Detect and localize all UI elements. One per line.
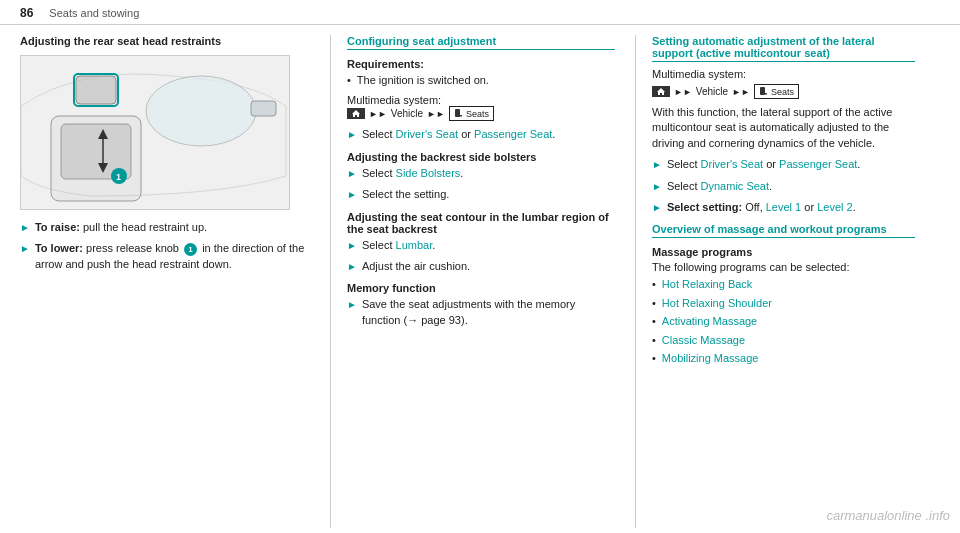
- nav-arrow1: ►►: [369, 109, 387, 119]
- adjust-cushion-item: ► Adjust the air cushion.: [347, 259, 615, 274]
- program-dot: •: [652, 314, 656, 329]
- right-step3-arrow: ►: [652, 201, 662, 215]
- svg-rect-13: [455, 109, 460, 112]
- page-number: 86: [20, 6, 33, 20]
- program-dot: •: [652, 333, 656, 348]
- program-item: •Hot Relaxing Shoulder: [652, 296, 915, 311]
- select-setting-item: ► Select the setting.: [347, 187, 615, 202]
- program-dot: •: [652, 351, 656, 366]
- middle-column: Configuring seat adjustment Requirements…: [330, 35, 615, 528]
- overview-section: Overview of massage and workout programs…: [652, 223, 915, 366]
- mid-section-title: Configuring seat adjustment: [347, 35, 615, 50]
- nav-path-right: ►► Vehicle ►► Seats: [652, 84, 915, 99]
- side-bolsters-arrow: ►: [347, 167, 357, 181]
- lower-text: To lower: press release knob 1 in the di…: [35, 241, 310, 272]
- lower-item: ► To lower: press release knob 1 in the …: [20, 241, 310, 272]
- raise-arrow-icon: ►: [20, 221, 30, 235]
- intro-text: With this function, the lateral support …: [652, 105, 915, 151]
- massage-intro: The following programs can be selected:: [652, 261, 915, 273]
- nav-arrow-right2: ►►: [732, 87, 750, 97]
- select-seat-arrow: ►: [347, 128, 357, 142]
- nav-home-icon-right: [652, 86, 670, 97]
- lumbar-item: ► Select Lumbar.: [347, 238, 615, 253]
- nav-arrow2: ►►: [427, 109, 445, 119]
- right-section-title: Setting automatic adjustment of the late…: [652, 35, 915, 62]
- svg-marker-15: [657, 88, 665, 95]
- page-header: 86 Seats and stowing: [0, 0, 960, 25]
- svg-rect-18: [764, 93, 767, 95]
- raise-text: To raise: pull the head restraint up.: [35, 220, 207, 235]
- right-step2: ► Select Dynamic Seat.: [652, 179, 915, 194]
- nav-seats-box-right: Seats: [754, 84, 799, 99]
- program-name: Classic Massage: [662, 333, 745, 348]
- svg-rect-14: [459, 115, 462, 117]
- car-svg: 1: [21, 56, 290, 210]
- requirements-label: Requirements:: [347, 58, 615, 70]
- main-content: Adjusting the rear seat head restraints …: [0, 25, 960, 528]
- svg-rect-17: [760, 87, 765, 90]
- program-item: •Mobilizing Massage: [652, 351, 915, 366]
- program-name: Hot Relaxing Back: [662, 277, 753, 292]
- memory-item: ► Save the seat adjustments with the mem…: [347, 297, 615, 328]
- page-subtitle: Seats and stowing: [49, 7, 139, 19]
- multimedia-label-right: Multimedia system:: [652, 68, 915, 80]
- right-step2-arrow: ►: [652, 180, 662, 194]
- nav-seats-box: Seats: [449, 106, 494, 121]
- seat-icon-right: [759, 86, 768, 97]
- right-step1: ► Select Driver's Seat or Passenger Seat…: [652, 157, 915, 172]
- svg-marker-11: [352, 110, 360, 117]
- memory-arrow: ►: [347, 298, 357, 312]
- right-column: Setting automatic adjustment of the late…: [635, 35, 915, 528]
- program-name: Mobilizing Massage: [662, 351, 759, 366]
- overview-title: Overview of massage and workout programs: [652, 223, 915, 238]
- nav-path-mid: ►► Vehicle ►► Seats: [347, 106, 615, 121]
- raise-item: ► To raise: pull the head restraint up.: [20, 220, 310, 235]
- backrest-heading: Adjusting the backrest side bolsters: [347, 151, 615, 163]
- lumbar-arrow: ►: [347, 239, 357, 253]
- knob-number: 1: [184, 243, 197, 256]
- seat-icon-mid: [454, 108, 463, 119]
- nav-arrow-right1: ►►: [674, 87, 692, 97]
- massage-heading: Massage programs: [652, 246, 915, 258]
- multimedia-label-mid: Multimedia system:: [347, 94, 615, 106]
- left-section-heading: Adjusting the rear seat head restraints: [20, 35, 310, 47]
- select-seat-item: ► Select Driver's Seat or Passenger Seat…: [347, 127, 615, 142]
- right-step1-arrow: ►: [652, 158, 662, 172]
- lumbar-heading: Adjusting the seat contour in the lumbar…: [347, 211, 615, 235]
- program-name: Hot Relaxing Shoulder: [662, 296, 772, 311]
- svg-rect-9: [251, 101, 276, 116]
- program-name: Activating Massage: [662, 314, 757, 329]
- right-step3: ► Select setting: Off, Level 1 or Level …: [652, 200, 915, 215]
- program-dot: •: [652, 277, 656, 292]
- program-item: •Classic Massage: [652, 333, 915, 348]
- req-dot: •: [347, 73, 351, 88]
- adjust-cushion-arrow: ►: [347, 260, 357, 274]
- select-setting-arrow: ►: [347, 188, 357, 202]
- program-item: •Hot Relaxing Back: [652, 277, 915, 292]
- watermark: carmanualonline .info: [826, 508, 950, 523]
- svg-text:1: 1: [116, 172, 121, 182]
- left-column: Adjusting the rear seat head restraints …: [20, 35, 310, 528]
- nav-vehicle: Vehicle: [391, 108, 423, 119]
- car-illustration: 1: [20, 55, 290, 210]
- svg-point-8: [146, 76, 256, 146]
- nav-vehicle-right: Vehicle: [696, 86, 728, 97]
- nav-home-icon: [347, 108, 365, 119]
- programs-list: •Hot Relaxing Back•Hot Relaxing Shoulder…: [652, 277, 915, 366]
- memory-heading: Memory function: [347, 282, 615, 294]
- program-item: •Activating Massage: [652, 314, 915, 329]
- program-dot: •: [652, 296, 656, 311]
- req-item: • The ignition is switched on.: [347, 73, 615, 88]
- side-bolsters-item: ► Select Side Bolsters.: [347, 166, 615, 181]
- lower-arrow-icon: ►: [20, 242, 30, 256]
